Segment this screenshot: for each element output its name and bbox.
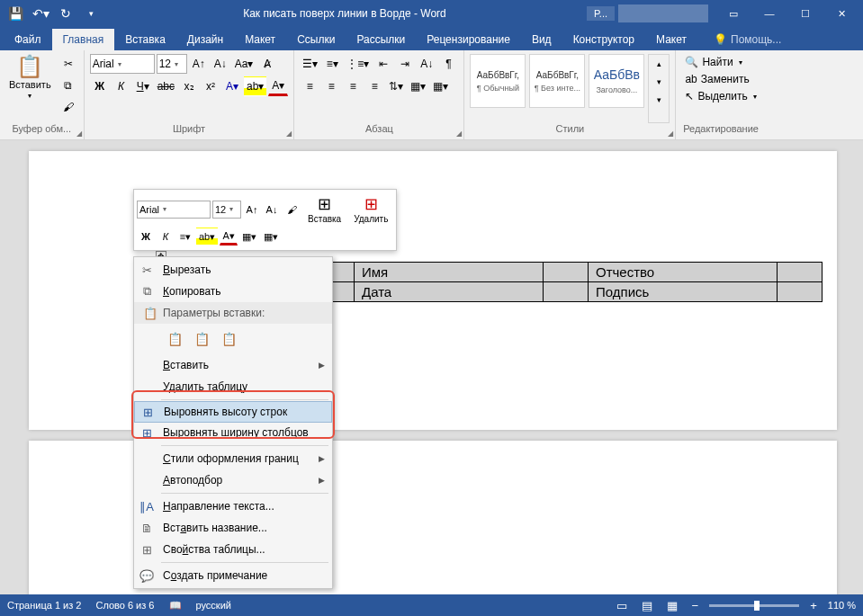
- tab-layout2[interactable]: Макет: [645, 29, 697, 50]
- ctx-border-styles[interactable]: Стили оформления границ▶: [134, 448, 332, 469]
- select-button[interactable]: ↖Выделить▾: [681, 88, 760, 104]
- show-marks-icon[interactable]: ¶: [438, 54, 458, 74]
- tab-mailings[interactable]: Рассылки: [346, 29, 416, 50]
- paste-merge-formatting-icon[interactable]: 📋: [190, 327, 213, 351]
- shrink-font-icon[interactable]: A↓: [211, 54, 230, 74]
- tell-me-input[interactable]: 💡Помощь...: [706, 29, 788, 50]
- ctx-text-direction[interactable]: ∥AНаправление текста...: [134, 495, 332, 517]
- close-icon[interactable]: ✕: [823, 2, 859, 25]
- status-words[interactable]: Слово 6 из 6: [95, 600, 154, 611]
- subscript-icon[interactable]: x₂: [179, 76, 199, 96]
- status-page[interactable]: Страница 1 из 2: [7, 600, 81, 611]
- line-spacing-icon[interactable]: ⇅▾: [386, 76, 406, 96]
- mini-grow-font-icon[interactable]: A↑: [243, 201, 261, 219]
- paste-button[interactable]: 📋 Вставить ▾: [5, 54, 55, 123]
- table-cell[interactable]: Подпись: [589, 282, 778, 302]
- mini-font-combo[interactable]: Arial▾: [137, 201, 211, 219]
- mini-shading-icon[interactable]: ▦▾: [239, 228, 259, 246]
- underline-icon[interactable]: Ч▾: [133, 76, 153, 96]
- tab-insert[interactable]: Вставка: [114, 29, 176, 50]
- styles-up-icon[interactable]: ▴: [649, 55, 669, 73]
- dialog-launcher-icon[interactable]: ◢: [456, 129, 462, 138]
- mini-align-icon[interactable]: ≡▾: [176, 228, 194, 246]
- status-language[interactable]: русский: [196, 600, 231, 611]
- shading-icon[interactable]: ▦▾: [408, 76, 428, 96]
- styles-down-icon[interactable]: ▾: [649, 73, 669, 91]
- tab-references[interactable]: Ссылки: [286, 29, 346, 50]
- mini-font-color-icon[interactable]: A▾: [220, 228, 238, 246]
- styles-more-icon[interactable]: ▾: [649, 91, 669, 109]
- increase-indent-icon[interactable]: ⇥: [395, 54, 415, 74]
- tab-review[interactable]: Рецензирование: [416, 29, 521, 50]
- replace-button[interactable]: abЗаменить: [681, 71, 760, 87]
- align-left-icon[interactable]: ≡: [300, 76, 319, 96]
- ctx-autofit[interactable]: Автоподбор▶: [134, 469, 332, 491]
- font-name-combo[interactable]: Arial▾: [90, 54, 155, 74]
- ctx-distribute-rows[interactable]: ⊞Выровнять высоту строк: [134, 401, 332, 423]
- table-cell[interactable]: [778, 282, 823, 302]
- borders-icon[interactable]: ▦▾: [430, 76, 451, 96]
- mini-size-combo[interactable]: 12▾: [212, 201, 241, 219]
- zoom-in-icon[interactable]: +: [806, 597, 821, 614]
- ctx-delete-table[interactable]: Удалить таблицу: [134, 376, 332, 397]
- style-normal[interactable]: АаБбВвГг,¶ Обычный: [470, 54, 526, 108]
- zoom-slider[interactable]: [709, 604, 799, 607]
- style-no-spacing[interactable]: АаБбВвГг,¶ Без инте...: [529, 54, 585, 108]
- decrease-indent-icon[interactable]: ⇤: [373, 54, 393, 74]
- font-size-combo[interactable]: 12▾: [157, 54, 187, 74]
- table-cell[interactable]: [544, 282, 589, 302]
- ctx-cut[interactable]: ✂Вырезать: [134, 259, 332, 281]
- numbering-icon[interactable]: ≡▾: [322, 54, 342, 74]
- italic-icon[interactable]: К: [112, 76, 131, 96]
- format-painter-icon[interactable]: 🖌: [58, 97, 78, 117]
- find-button[interactable]: 🔍Найти▾: [681, 54, 760, 70]
- undo-icon[interactable]: ↶▾: [29, 2, 52, 25]
- tab-design[interactable]: Дизайн: [176, 29, 234, 50]
- table-cell[interactable]: Дата: [355, 282, 544, 302]
- tab-file[interactable]: Файл: [4, 29, 52, 50]
- align-center-icon[interactable]: ≡: [321, 76, 341, 96]
- save-icon[interactable]: 💾: [4, 2, 27, 25]
- table-cell[interactable]: Имя: [355, 263, 544, 282]
- sort-icon[interactable]: A↓: [417, 54, 436, 74]
- dialog-launcher-icon[interactable]: ◢: [286, 129, 292, 138]
- ctx-copy[interactable]: ⧉Копировать: [134, 281, 332, 302]
- mini-insert-button[interactable]: ⊞Вставка: [302, 192, 346, 226]
- view-web-icon[interactable]: ▦: [663, 597, 681, 614]
- strikethrough-icon[interactable]: abc: [155, 76, 177, 96]
- mini-delete-button[interactable]: ⊞Удалить: [348, 192, 393, 226]
- copy-icon[interactable]: ⧉: [58, 76, 78, 95]
- mini-bold-icon[interactable]: Ж: [137, 228, 155, 246]
- align-right-icon[interactable]: ≡: [343, 76, 363, 96]
- view-read-icon[interactable]: ▭: [613, 597, 631, 614]
- user-badge[interactable]: P...: [587, 6, 615, 21]
- mini-borders-icon[interactable]: ▦▾: [261, 228, 281, 246]
- document-area[interactable]: [0, 140, 863, 594]
- qat-customize-icon[interactable]: ▾: [79, 2, 103, 25]
- ctx-paste[interactable]: Вставить▶: [134, 354, 332, 376]
- status-spellcheck-icon[interactable]: 📖: [169, 600, 182, 612]
- user-box[interactable]: [618, 4, 708, 22]
- dialog-launcher-icon[interactable]: ◢: [668, 129, 673, 138]
- paste-keep-formatting-icon[interactable]: 📋: [163, 327, 186, 351]
- mini-shrink-font-icon[interactable]: A↓: [263, 201, 281, 219]
- mini-italic-icon[interactable]: К: [157, 228, 175, 246]
- tab-home[interactable]: Главная: [52, 29, 115, 50]
- redo-icon[interactable]: ↻: [54, 2, 77, 25]
- table-cell[interactable]: [544, 263, 589, 282]
- style-heading[interactable]: АаБбВвЗаголово...: [589, 54, 644, 108]
- ctx-insert-caption[interactable]: 🗎Вставить название...: [134, 517, 332, 539]
- justify-icon[interactable]: ≡: [364, 76, 384, 96]
- multilevel-list-icon[interactable]: ⋮≡▾: [344, 54, 372, 74]
- cut-icon[interactable]: ✂: [58, 54, 78, 74]
- clear-formatting-icon[interactable]: A̷: [257, 54, 277, 74]
- minimize-icon[interactable]: —: [751, 2, 787, 25]
- superscript-icon[interactable]: x²: [201, 76, 220, 96]
- table-cell[interactable]: [778, 263, 823, 282]
- ctx-distribute-cols[interactable]: ⊞Выровнять ширину столбцов: [134, 422, 332, 443]
- mini-highlight-icon[interactable]: ab▾: [196, 228, 218, 246]
- zoom-level[interactable]: 110 %: [828, 600, 856, 611]
- font-color-icon[interactable]: A▾: [268, 76, 288, 96]
- highlight-icon[interactable]: ab▾: [244, 76, 266, 96]
- ribbon-options-icon[interactable]: ▭: [715, 2, 751, 25]
